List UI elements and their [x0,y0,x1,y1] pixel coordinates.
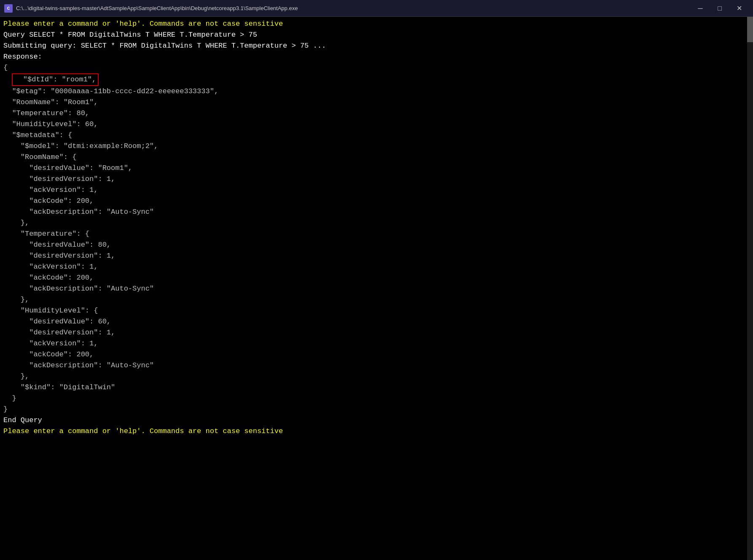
terminal-line-10: "HumidityLevel": 60, [3,119,750,130]
terminal-line-26: }, [3,294,750,305]
title-bar: C C:\...\digital-twins-samples-master\Ad… [0,0,753,17]
terminal-line-18: "ackDescription": "Auto-Sync" [3,207,750,218]
terminal-line-32: "ackDescription": "Auto-Sync" [3,360,750,371]
terminal-line-17: "ackCode": 200, [3,196,750,207]
terminal-line-29: "desiredVersion": 1, [3,327,750,338]
terminal-line-5: { [3,62,750,73]
terminal-line-28: "desiredValue": 60, [3,316,750,327]
terminal-line-33: }, [3,371,750,382]
terminal-line-3: Submitting query: SELECT * FROM DigitalT… [3,40,750,51]
terminal-line-34: "$kind": "DigitalTwin" [3,382,750,393]
terminal-line-4: Response: [3,51,750,62]
scrollbar-thumb[interactable] [747,17,753,42]
terminal-line-2: Query SELECT * FROM DigitalTwins T WHERE… [3,30,750,40]
terminal-line-25: "ackDescription": "Auto-Sync" [3,283,750,294]
terminal-line-35: } [3,393,750,404]
terminal-line-37: End Query [3,415,750,426]
terminal-line-9: "Temperature": 80, [3,108,750,119]
terminal-line-24: "ackCode": 200, [3,272,750,283]
terminal-line-23: "ackVersion": 1, [3,261,750,272]
terminal-line-11: "$metadata": { [3,130,750,141]
terminal-line-1: Please enter a command or 'help'. Comman… [3,19,750,30]
terminal-line-7: "$etag": "0000aaaa-11bb-cccc-dd22-eeeeee… [3,86,750,97]
terminal-line-15: "desiredVersion": 1, [3,174,750,185]
app-icon: C [4,4,13,13]
highlighted-dtid: "$dtId": "room1", [12,73,99,86]
terminal-line-21: "desiredValue": 80, [3,240,750,250]
terminal-line-13: "RoomName": { [3,152,750,163]
terminal-line-36: } [3,404,750,415]
terminal-line-30: "ackVersion": 1, [3,338,750,349]
terminal-line-16: "ackVersion": 1, [3,185,750,196]
terminal-line-12: "$model": "dtmi:example:Room;2", [3,141,750,152]
terminal-line-20: "Temperature": { [3,229,750,240]
title-bar-left: C C:\...\digital-twins-samples-master\Ad… [4,4,298,13]
terminal-line-39: Please enter a command or 'help'. Comman… [3,426,750,437]
close-button[interactable]: ✕ [729,0,749,17]
maximize-button[interactable]: □ [710,0,729,17]
terminal: Please enter a command or 'help'. Comman… [0,17,753,560]
minimize-button[interactable]: ─ [691,0,710,17]
terminal-line-22: "desiredVersion": 1, [3,250,750,261]
terminal-line-31: "ackCode": 200, [3,349,750,360]
terminal-line-14: "desiredValue": "Room1", [3,163,750,174]
terminal-line-8: "RoomName": "Room1", [3,97,750,108]
terminal-line-27: "HumidityLevel": { [3,305,750,316]
title-bar-controls: ─ □ ✕ [691,0,749,17]
terminal-line-6: "$dtId": "room1", [3,73,750,86]
scrollbar[interactable] [747,17,753,560]
terminal-line-19: }, [3,218,750,229]
title-bar-text: C:\...\digital-twins-samples-master\AdtS… [16,5,298,11]
